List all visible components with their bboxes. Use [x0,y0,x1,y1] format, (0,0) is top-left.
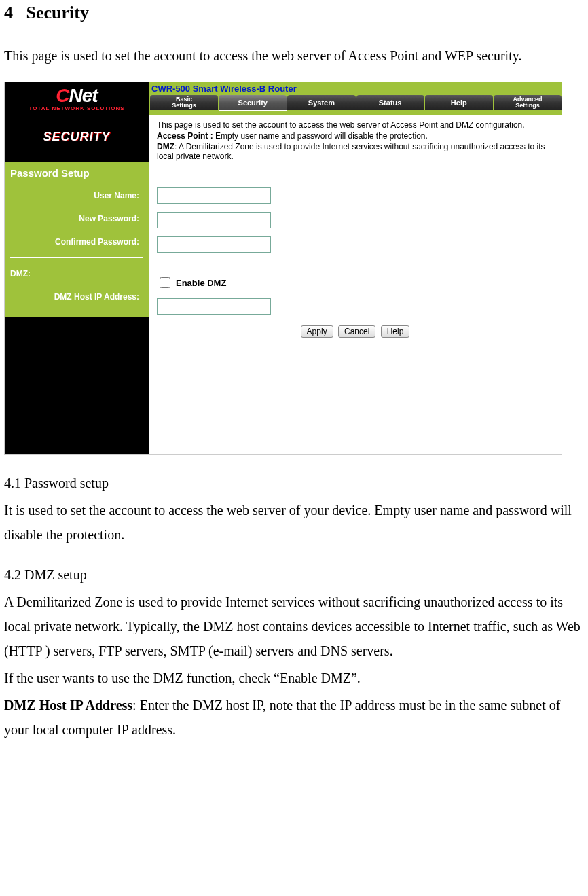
router-logo: CNet TOTAL NETWORK SOLUTIONS [5,82,149,115]
confirmed-password-label: Confirmed Password: [10,230,143,253]
router-admin-screenshot: CNet TOTAL NETWORK SOLUTIONS CWR-500 Sma… [4,82,562,455]
dmz-desc-label: DMZ [157,142,174,151]
help-button[interactable]: Help [381,325,410,338]
ap-label: Access Point : [157,131,213,141]
router-tabs: BasicSettings Security System Status Hel… [149,95,562,110]
tab-advanced-settings[interactable]: AdvancedSettings [494,95,562,110]
router-header-right: CWR-500 Smart Wireless-B Router BasicSet… [149,82,562,115]
tab-system[interactable]: System [287,95,355,110]
user-name-label: User Name: [10,184,143,207]
confirmed-password-input[interactable] [157,236,271,253]
tab-status[interactable]: Status [356,95,424,110]
dmz-host-ip-label: DMZ Host IP Address: [10,285,143,308]
router-model-title: CWR-500 Smart Wireless-B Router [149,82,562,95]
tab-basic-settings[interactable]: BasicSettings [150,95,218,110]
section-heading: 4 Security [4,3,584,23]
button-row: Apply Cancel Help [157,319,553,338]
dmz-label: DMZ: [10,262,143,285]
router-top-bar: CNet TOTAL NETWORK SOLUTIONS CWR-500 Sma… [5,82,562,115]
enable-dmz-checkbox[interactable] [160,277,170,288]
content-line-dmz: DMZ: A Demilitarized Zone is used to pro… [157,142,553,161]
router-content: This page is used to set the account to … [149,115,562,454]
new-password-input[interactable] [157,212,271,228]
subsection-4-2-heading: 4.2 DMZ setup [4,567,584,583]
tab-help[interactable]: Help [425,95,493,110]
subsection-4-2-text-3: DMZ Host IP Address: Enter the DMZ host … [4,693,584,742]
sidebar-title: SECURITY [5,115,149,162]
dmz-desc-text: : A Demilitarized Zone is used to provid… [157,142,545,161]
content-line-ap: Access Point : Empty user name and passw… [157,131,553,141]
router-sidebar: SECURITY Password Setup User Name: New P… [5,115,149,454]
section-number: 4 [4,3,13,22]
dmz-host-ip-address-label: DMZ Host IP Address [4,698,132,713]
user-name-input[interactable] [157,187,271,204]
content-line-1: This page is used to set the account to … [157,120,553,130]
logo-text: CNet [56,86,97,105]
logo-tagline: TOTAL NETWORK SOLUTIONS [29,105,124,111]
new-password-label: New Password: [10,207,143,230]
section-title-text: Security [26,3,89,22]
intro-paragraph: This page is used to set the account to … [4,43,584,68]
apply-button[interactable]: Apply [301,325,333,338]
subsection-4-1-heading: 4.1 Password setup [4,476,584,491]
logo-c: C [56,85,69,106]
subsection-4-1-text: It is used to set the account to access … [4,498,584,547]
cancel-button[interactable]: Cancel [338,325,375,338]
subsection-4-2-text-1: A Demilitarized Zone is used to provide … [4,590,584,663]
logo-rest: Net [69,85,98,106]
subsection-4-2-text-2: If the user wants to use the DMZ functio… [4,666,584,690]
dmz-host-ip-input[interactable] [157,298,271,315]
ap-text: Empty user name and password will disabl… [213,131,428,141]
enable-dmz-label: Enable DMZ [176,278,226,288]
password-setup-label: Password Setup [10,167,143,179]
tab-security[interactable]: Security [219,95,287,110]
